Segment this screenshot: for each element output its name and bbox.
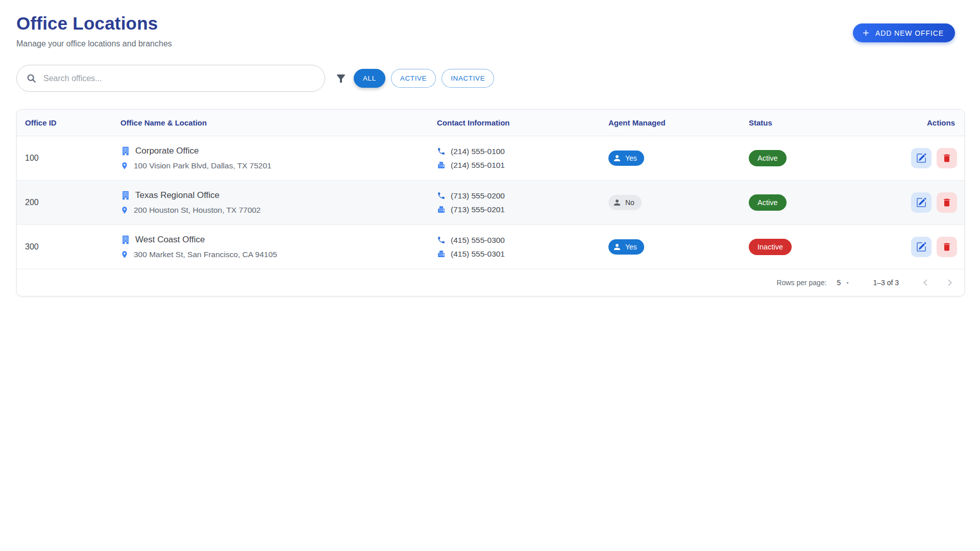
agent-managed-badge: Yes xyxy=(608,239,644,255)
office-fax: (713) 555-0201 xyxy=(451,205,505,214)
office-phone: (214) 555-0100 xyxy=(451,147,505,156)
agent-managed-badge: No xyxy=(608,195,642,210)
offices-table: Office ID Office Name & Location Contact… xyxy=(16,109,965,296)
fax-icon xyxy=(437,161,446,169)
search-icon xyxy=(26,73,37,84)
chevron-down-icon xyxy=(845,280,850,286)
table-pagination: Rows per page: 5 1–3 of 3 xyxy=(17,269,964,296)
office-id: 200 xyxy=(17,198,112,207)
phone-icon xyxy=(437,191,446,200)
previous-page-button[interactable] xyxy=(918,276,933,290)
table-row: 300 West Coast Office 300 Market St, San… xyxy=(17,225,964,269)
phone-icon xyxy=(437,147,446,156)
edit-pencil-icon xyxy=(916,197,926,208)
office-address: 300 Market St, San Francisco, CA 94105 xyxy=(134,250,277,259)
filter-chips: ALL ACTIVE INACTIVE xyxy=(354,69,494,88)
filter-funnel-icon xyxy=(335,72,347,85)
plus-icon xyxy=(861,28,871,38)
office-fax: (214) 555-0101 xyxy=(451,161,505,170)
search-input[interactable] xyxy=(16,65,325,92)
office-phone: (415) 555-0300 xyxy=(451,236,505,245)
person-icon xyxy=(612,198,622,207)
next-page-button[interactable] xyxy=(943,276,957,290)
filter-chip-active[interactable]: ACTIVE xyxy=(391,69,436,88)
table-header-row: Office ID Office Name & Location Contact… xyxy=(17,110,964,136)
rows-per-page-select[interactable]: 5 xyxy=(837,279,851,287)
page-subtitle: Manage your office locations and branche… xyxy=(16,39,172,48)
edit-office-button[interactable] xyxy=(911,148,932,168)
building-icon xyxy=(120,235,131,245)
filter-chip-all[interactable]: ALL xyxy=(354,69,385,88)
location-pin-icon xyxy=(120,162,129,170)
office-id: 100 xyxy=(17,154,112,163)
table-row: 200 Texas Regional Office 200 Houston St… xyxy=(17,181,964,225)
building-icon xyxy=(120,146,131,156)
building-icon xyxy=(120,190,131,201)
column-header-name-location: Office Name & Location xyxy=(112,118,429,127)
add-new-office-button[interactable]: ADD NEW OFFICE xyxy=(853,23,955,42)
person-icon xyxy=(612,154,622,163)
page-header: Office Locations Manage your office loca… xyxy=(0,0,980,48)
phone-icon xyxy=(437,236,446,244)
trash-icon xyxy=(942,153,952,163)
office-name: West Coast Office xyxy=(135,235,205,245)
delete-office-button[interactable] xyxy=(937,148,957,168)
office-id: 300 xyxy=(17,242,112,252)
edit-office-button[interactable] xyxy=(911,192,932,213)
pagination-range: 1–3 of 3 xyxy=(873,279,899,287)
agent-managed-badge: Yes xyxy=(608,151,644,166)
chevron-right-icon xyxy=(944,277,955,288)
chevron-left-icon xyxy=(920,277,931,288)
delete-office-button[interactable] xyxy=(937,237,957,257)
status-badge: Active xyxy=(749,194,787,211)
column-header-contact: Contact Information xyxy=(429,118,600,127)
trash-icon xyxy=(942,197,952,208)
status-badge: Inactive xyxy=(749,239,792,255)
page-title: Office Locations xyxy=(16,13,172,34)
column-header-actions: Actions xyxy=(889,118,964,127)
add-new-office-label: ADD NEW OFFICE xyxy=(875,29,944,37)
fax-icon xyxy=(437,205,446,214)
office-fax: (415) 555-0301 xyxy=(451,249,505,259)
toolbar: ALL ACTIVE INACTIVE xyxy=(16,65,964,92)
location-pin-icon xyxy=(120,206,129,214)
trash-icon xyxy=(942,242,952,252)
search-box xyxy=(16,65,325,92)
column-header-agent-managed: Agent Managed xyxy=(600,118,741,127)
column-header-status: Status xyxy=(741,118,889,127)
fax-icon xyxy=(437,249,446,258)
office-name: Corporate Office xyxy=(135,146,199,156)
office-name: Texas Regional Office xyxy=(135,190,219,201)
office-phone: (713) 555-0200 xyxy=(451,191,505,201)
office-address: 200 Houston St, Houston, TX 77002 xyxy=(134,206,261,215)
edit-office-button[interactable] xyxy=(911,237,932,257)
rows-per-page-label: Rows per page: xyxy=(777,279,827,287)
edit-pencil-icon xyxy=(916,242,926,252)
delete-office-button[interactable] xyxy=(937,192,957,213)
column-header-office-id: Office ID xyxy=(17,118,112,127)
person-icon xyxy=(612,242,622,252)
location-pin-icon xyxy=(120,251,129,259)
edit-pencil-icon xyxy=(916,153,926,163)
office-address: 100 Vision Park Blvd, Dallas, TX 75201 xyxy=(134,161,272,170)
status-badge: Active xyxy=(749,150,787,166)
filter-chip-inactive[interactable]: INACTIVE xyxy=(442,69,494,88)
table-row: 100 Corporate Office 100 Vision Park Blv… xyxy=(17,136,964,181)
